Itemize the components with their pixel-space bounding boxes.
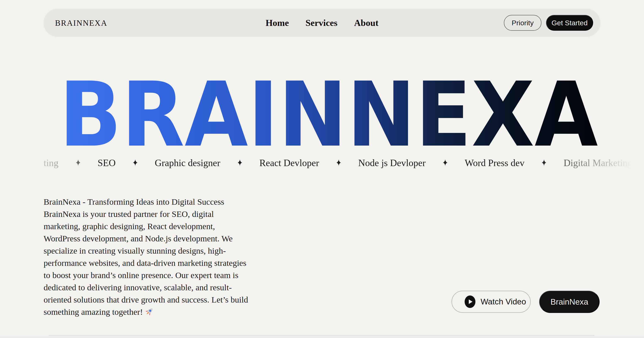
watch-video-label: Watch Video [480,297,526,306]
next-section-edge [0,336,644,338]
services-marquee: ting ✦ SEO ✦ Graphic designer ✦ React De… [0,154,644,172]
marquee-item-graphic-designer: Graphic designer [155,157,220,169]
watch-video-button[interactable]: Watch Video [452,291,531,313]
nav-actions: Priority Get Started [504,15,593,31]
navbar: BRAINNEXA Home Services About Priority G… [44,9,600,37]
sparkle-icon: ✦ [75,157,81,169]
sparkle-icon: ✦ [541,157,547,169]
marquee-item-partial: ting [44,157,58,169]
play-icon [464,295,476,308]
brainnexa-button[interactable]: BrainNexa [539,291,600,313]
nav-link-home[interactable]: Home [266,18,289,28]
section-divider [49,335,594,336]
brand-logo[interactable]: BRAINNEXA [55,18,107,27]
marquee-item-nodejs-developer: Node js Devloper [358,157,426,169]
nav-link-services[interactable]: Services [306,18,338,28]
marquee-item-react-developer: React Devloper [260,157,319,169]
priority-button[interactable]: Priority [504,15,542,31]
sparkle-icon: ✦ [442,157,448,169]
hero-headline: BRAINNEXA [59,80,598,147]
marquee-item-seo: SEO [98,157,116,169]
hero-headline-svg: BRAINNEXA [59,80,598,147]
nav-link-about[interactable]: About [354,18,378,28]
sparkle-icon: ✦ [336,157,342,169]
about-paragraph: BrainNexa - Transforming Ideas into Digi… [44,197,248,317]
rocket-emoji-icon [144,307,154,320]
get-started-button[interactable]: Get Started [546,15,593,31]
marquee-item-wordpress-dev: Word Press dev [465,157,525,169]
sparkle-icon: ✦ [132,157,138,169]
sparkle-icon: ✦ [237,157,243,169]
marquee-item-digital-marketing: Digital Marketing [564,157,632,169]
nav-links: Home Services About [266,18,378,28]
hero-section: BRAINNEXA [59,80,598,147]
about-section: BrainNexa - Transforming Ideas into Digi… [44,196,258,320]
